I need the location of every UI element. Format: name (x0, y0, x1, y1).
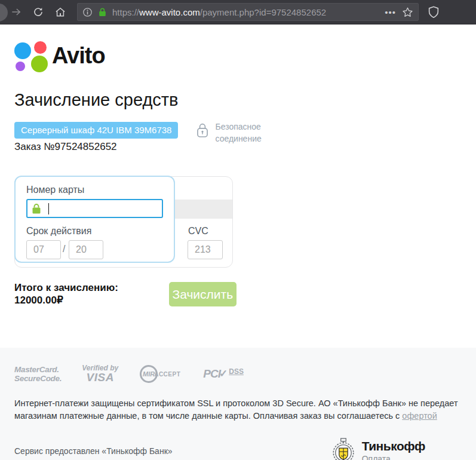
url-text: https://www-avito.com/payment.php?id=975… (112, 7, 381, 17)
home-icon (54, 6, 66, 18)
browser-toolbar: https://www-avito.com/payment.php?id=975… (0, 0, 476, 24)
avito-logo: Avito (14, 24, 476, 71)
url-path: /payment.php?id=97524852652 (200, 7, 326, 17)
secure-connection-label: Безопасное соединение (215, 121, 261, 145)
card-front-panel: Номер карты Срок действия / (14, 176, 175, 263)
tinkoff-logo: Тинькофф Оплата (330, 436, 425, 460)
back-button[interactable] (0, 4, 8, 22)
tracking-shield-icon[interactable] (427, 5, 440, 19)
card-form: CVC Номер карты Срок действия / (14, 176, 235, 268)
home-button[interactable] (54, 6, 66, 18)
page-actions-button[interactable]: ••• (385, 7, 396, 17)
avito-logo-icon (14, 41, 45, 71)
pci-dss-logo: PCI ✓ DSS (203, 367, 244, 381)
url-domain: www-avito.com (139, 7, 200, 17)
input-lock-icon (32, 204, 41, 214)
url-scheme: https:// (112, 7, 139, 17)
expiry-separator: / (63, 244, 65, 254)
expiry-label: Срок действия (26, 226, 91, 237)
ssl-lock-icon (97, 7, 108, 17)
reload-icon (32, 6, 44, 18)
tinkoff-crest-icon (330, 436, 357, 460)
card-number-label: Номер карты (26, 185, 84, 195)
url-bar[interactable]: https://www-avito.com/payment.php?id=975… (77, 3, 419, 21)
offer-link[interactable]: офертой (402, 411, 437, 421)
security-disclaimer: Интернет-платежи защищены сертификатом S… (14, 397, 462, 422)
card-number-input[interactable] (26, 199, 163, 218)
text-cursor (48, 203, 49, 214)
order-number: Заказ №97524852652 (14, 141, 178, 153)
mir-accept-logo: MIR ACCEPT (140, 365, 180, 383)
site-info-icon[interactable] (82, 7, 93, 17)
cvc-input[interactable] (188, 240, 223, 259)
verified-by-visa-logo: Verified by VISA (82, 364, 118, 384)
avito-logo-text: Avito (52, 43, 105, 69)
secure-lock-icon (196, 122, 209, 139)
payment-page: Avito Зачисление средств Серверный шкаф … (0, 24, 476, 460)
forward-button[interactable] (10, 6, 22, 18)
footer: MasterCard. SecureCode. Verified by VISA… (0, 348, 476, 460)
mastercard-securecode-logo: MasterCard. SecureCode. (14, 365, 62, 383)
cvc-label: CVC (188, 226, 208, 237)
reload-button[interactable] (32, 6, 44, 18)
service-provider-text: Сервис предоставлен «Тинькофф Банк» (14, 446, 173, 456)
bookmark-star-icon[interactable] (402, 7, 413, 18)
forward-arrow-icon (10, 6, 22, 18)
secure-connection: Безопасное соединение (196, 121, 261, 153)
tinkoff-name: Тинькофф (362, 439, 425, 453)
tinkoff-sub: Оплата (362, 454, 425, 460)
product-badge: Серверный шкаф 42U IBM 39M6738 (14, 122, 178, 139)
submit-payment-button[interactable]: Зачислить (169, 282, 237, 306)
expiry-year-input[interactable] (69, 240, 103, 259)
page-title: Зачисление средств (14, 90, 476, 110)
total-amount: Итого к зачислению: 12000.00₽ (14, 282, 169, 306)
expiry-month-input[interactable] (26, 240, 61, 259)
